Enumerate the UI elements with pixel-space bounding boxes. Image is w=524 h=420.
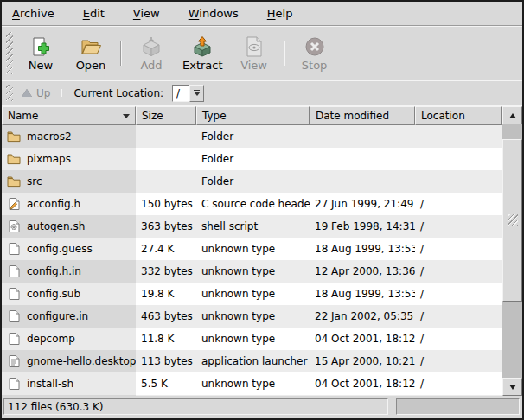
location-bar-divider [61, 89, 62, 97]
dropdown-bar-icon [194, 90, 200, 91]
location-value: / [176, 87, 180, 99]
scroll-up-arrow-icon [509, 113, 516, 118]
column-header-date[interactable]: Date modified [310, 106, 415, 125]
cell-loc: / [415, 238, 502, 260]
table-row[interactable]: autogen.sh363 bytesshell script19 Feb 19… [2, 215, 502, 238]
cell-loc: / [415, 193, 502, 215]
cell-date: 15 Apr 2000, 10:21 [310, 350, 415, 372]
toolbar: NewOpenAddExtractViewStop [2, 27, 522, 80]
open-button[interactable]: Open [66, 34, 116, 73]
cell-loc: / [415, 260, 502, 283]
menubar: ArchiveEditViewWindowsHelp [2, 2, 522, 25]
cell-date: 18 Aug 1999, 13:53 [310, 283, 415, 305]
stop-icon [304, 35, 326, 58]
file-name: macros2 [27, 130, 72, 143]
cell-date: 12 Apr 2000, 13:36 [310, 260, 415, 283]
extract-button[interactable]: Extract [176, 34, 229, 73]
c-source-icon [7, 197, 21, 211]
table-row[interactable]: gnome-hello.desktop113 bytesapplication … [2, 350, 502, 372]
column-header-label: Type [202, 110, 227, 122]
column-header-label: Date modified [316, 110, 389, 122]
text-file-icon [7, 309, 21, 323]
cell-date: 22 Jan 2002, 05:35 [310, 305, 415, 328]
table-row[interactable]: macros2Folder [2, 125, 502, 148]
cell-size: 5.5 K [136, 372, 196, 395]
cell-date: 19 Feb 1998, 14:31 [310, 215, 415, 238]
scroll-down-button[interactable] [502, 378, 522, 396]
cell-size: 19.8 K [136, 283, 196, 305]
launcher-icon [7, 354, 21, 368]
file-name: depcomp [27, 333, 75, 345]
up-button[interactable]: Up [16, 86, 56, 101]
menu-windows[interactable]: Windows [186, 5, 241, 22]
table-row[interactable]: acconfig.h150 bytesC source code header2… [2, 193, 502, 215]
file-name: gnome-hello.desktop [27, 355, 136, 367]
archive-manager-window: ArchiveEditViewWindowsHelp NewOpenAddExt… [0, 0, 524, 420]
toolbar-grip[interactable] [6, 32, 13, 74]
file-name: autogen.sh [27, 220, 85, 232]
location-bar-grip[interactable] [6, 85, 13, 101]
up-button-label: Up [36, 87, 50, 99]
folder-icon [7, 130, 21, 143]
table-row[interactable]: config.guess27.4 Kunknown type18 Aug 199… [2, 238, 502, 260]
scrollbar-thumb[interactable] [502, 139, 522, 302]
file-name: acconfig.h [27, 198, 80, 210]
vertical-scrollbar [502, 106, 522, 396]
new-button-label: New [29, 59, 53, 72]
cell-name: autogen.sh [2, 215, 136, 238]
scrollbar-trough-bottom[interactable] [502, 302, 522, 378]
column-header-name[interactable]: Name [2, 106, 136, 125]
table-row[interactable]: config.h.in332 bytesunknown type12 Apr 2… [2, 260, 502, 283]
menu-edit[interactable]: Edit [80, 5, 107, 22]
add-files-icon [140, 35, 163, 58]
file-name: config.sub [27, 288, 80, 300]
cell-type: C source code header [196, 193, 310, 215]
table-row[interactable]: config.sub19.8 Kunknown type18 Aug 1999,… [2, 283, 502, 305]
location-dropdown-button[interactable] [189, 85, 204, 102]
cell-date: 18 Aug 1999, 13:53 [310, 238, 415, 260]
cell-loc [415, 125, 502, 148]
cell-name: pixmaps [2, 148, 136, 170]
cell-size [136, 148, 196, 170]
column-header-loc[interactable]: Location [415, 106, 502, 125]
stop-button[interactable]: Stop [290, 34, 340, 73]
script-icon [7, 220, 21, 233]
view-button-label: View [240, 59, 267, 72]
cell-size: 463 bytes [136, 305, 196, 328]
cell-name: acconfig.h [2, 193, 136, 215]
menu-view[interactable]: View [131, 5, 163, 22]
column-header-type[interactable]: Type [196, 106, 310, 125]
column-header-label: Name [8, 110, 38, 122]
column-headers: NameSizeTypeDate modifiedLocation [2, 106, 502, 125]
scrollbar-trough-top[interactable] [502, 124, 522, 139]
table-row[interactable]: pixmapsFolder [2, 148, 502, 170]
add-button[interactable]: Add [126, 34, 176, 73]
menu-help[interactable]: Help [265, 5, 296, 22]
table-row[interactable]: depcomp11.8 Kunknown type04 Oct 2001, 18… [2, 328, 502, 350]
cell-date [310, 125, 415, 148]
scrollbar-thumb-grip-icon [508, 214, 518, 226]
cell-type: application launcher [196, 350, 310, 372]
view-button[interactable]: View [229, 34, 279, 73]
cell-date [310, 170, 415, 193]
new-button[interactable]: New [16, 34, 66, 73]
table-row[interactable]: configure.in463 bytesunknown type22 Jan … [2, 305, 502, 328]
text-file-icon [7, 242, 21, 256]
location-entry[interactable]: / [172, 85, 189, 102]
cell-name: install-sh [2, 372, 136, 395]
menu-archive[interactable]: Archive [10, 5, 57, 22]
status-bar: 112 files (630.3 K) [2, 396, 522, 418]
cell-name: macros2 [2, 125, 136, 148]
table-row[interactable]: install-sh5.5 Kunknown type04 Oct 2001, … [2, 372, 502, 395]
toolbar-divider [284, 41, 285, 66]
column-header-size[interactable]: Size [136, 106, 196, 125]
view-file-icon [243, 35, 265, 58]
file-name: src [27, 175, 42, 188]
cell-size: 363 bytes [136, 215, 196, 238]
scroll-up-button[interactable] [502, 106, 522, 124]
table-row[interactable]: srcFolder [2, 170, 502, 193]
cell-size: 11.8 K [136, 328, 196, 350]
cell-type: unknown type [196, 283, 310, 305]
cell-size [136, 125, 196, 148]
cell-loc [415, 148, 502, 170]
